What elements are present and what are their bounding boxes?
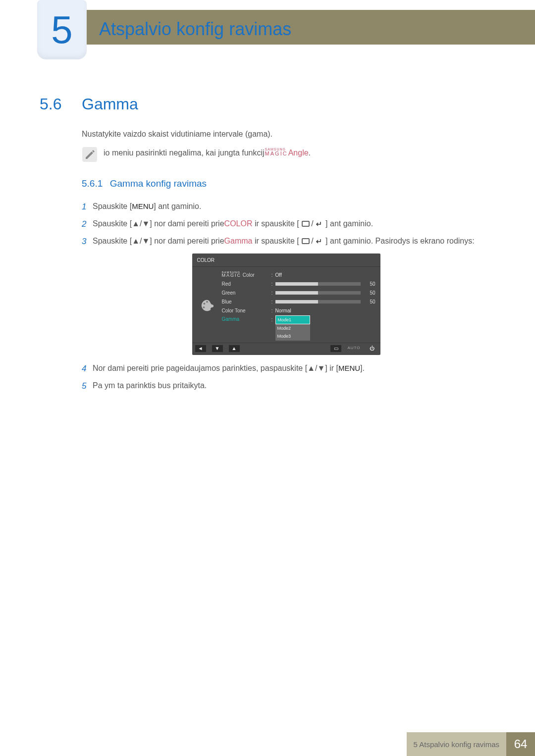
svg-rect-1 [302, 221, 309, 226]
osd-nav-bar: ◄ ▼ ▲ ▭ AUTO ⏻ [192, 343, 380, 355]
osd-blue-label: Blue [222, 298, 271, 306]
step-3: 3 Spauskite [▲/▼] nor dami pereiti prieG… [82, 235, 490, 248]
step-4: 4 Nor dami pereiti prie pageidaujamos pa… [82, 362, 490, 375]
osd-magiccolor-value: Off [275, 271, 282, 279]
step-1-text: Spauskite [MENU] ant gaminio. [93, 200, 490, 213]
chapter-title: Atspalvio konfig ravimas [99, 19, 291, 40]
svg-point-3 [203, 303, 205, 305]
section-title: Gamma [82, 95, 138, 113]
osd-nav-down-icon: ▼ [212, 345, 223, 352]
menu-label: MENU [338, 364, 360, 372]
step-5: 5 Pa ym ta parinktis bus pritaikyta. [82, 379, 490, 393]
osd-magiccolor-label: SAMSUNGMAGIC Color [222, 271, 271, 279]
step-1: 1 Spauskite [MENU] ant gaminio. [82, 200, 490, 213]
step-2: 2 Spauskite [▲/▼] nor dami pereiti prieC… [82, 217, 490, 231]
osd-row-red: Red : 50 [222, 280, 375, 289]
footer-page-number: 64 [506, 732, 535, 756]
step-2-text: Spauskite [▲/▼] nor dami pereiti prieCOL… [93, 217, 490, 231]
step-2-num: 2 [82, 217, 93, 231]
step-3-num: 3 [82, 235, 93, 248]
footer: 5 Atspalvio konfig ravimas 64 [0, 732, 535, 756]
updown-icon: ▲/▼ [307, 364, 325, 372]
keyword-gamma: Gamma [224, 237, 253, 245]
section-number: 5.6 [40, 95, 61, 113]
samsung-magic-label: SAMSUNGMAGIC [265, 148, 288, 156]
source-icon [302, 220, 311, 227]
svg-point-4 [206, 301, 208, 303]
osd-nav-auto: AUTO [347, 345, 360, 352]
osd-row-green: Green : 50 [222, 289, 375, 298]
step-4-text: Nor dami pereiti prie pageidaujamos pari… [93, 362, 490, 375]
osd-nav-enter-icon: ▭ [330, 345, 341, 352]
osd-colortone-label: Color Tone [222, 307, 271, 315]
osd-red-value: 50 [364, 280, 375, 288]
osd-body: SAMSUNGMAGIC Color : Off Red : 50 [192, 267, 380, 343]
osd-blue-value: 50 [364, 298, 375, 306]
keyword-color: COLOR [224, 219, 253, 228]
osd-palette-icon [197, 271, 217, 341]
chapter-number: 5 [51, 10, 72, 49]
osd-gamma-mode2: Mode2 [275, 324, 310, 332]
osd-green-value: 50 [364, 289, 375, 297]
subsection-title: Gamma konfig ravimas [110, 178, 207, 189]
osd-nav-left-icon: ◄ [195, 345, 206, 352]
updown-icon: ▲/▼ [132, 219, 150, 228]
subsection-heading: 5.6.1 Gamma konfig ravimas [82, 176, 490, 191]
chapter-badge: 5 [37, 0, 87, 59]
note-box: io meniu pasirinkti negalima, kai jungta… [82, 147, 490, 162]
svg-rect-2 [302, 239, 309, 244]
step-3-text: Spauskite [▲/▼] nor dami pereiti prieGam… [93, 235, 490, 248]
step-5-text: Pa ym ta parinktis bus pritaikyta. [93, 379, 490, 393]
note-text: io meniu pasirinkti negalima, kai jungta… [104, 147, 490, 159]
intro-text: Nustatykite vaizdo skaist vidutiniame in… [82, 128, 490, 141]
osd-row-magiccolor: SAMSUNGMAGIC Color : Off [222, 271, 375, 280]
note-suffix: Angle [288, 149, 309, 157]
enter-icon [314, 238, 323, 245]
step-5-num: 5 [82, 379, 93, 393]
osd-title: COLOR [192, 253, 380, 267]
svg-point-5 [203, 306, 205, 308]
osd-red-bar [275, 282, 361, 286]
osd-blue-bar [275, 300, 361, 303]
menu-label: MENU [132, 202, 154, 210]
osd-green-label: Green [222, 289, 271, 297]
step-1-num: 1 [82, 200, 93, 213]
osd-row-gamma: Gamma : Mode1 Mode2 Mode3 [222, 315, 375, 341]
enter-icon [314, 220, 323, 227]
osd-row-blue: Blue : 50 [222, 298, 375, 306]
body-content: Nustatykite vaizdo skaist vidutiniame in… [82, 128, 490, 397]
osd-gamma-options: Mode1 Mode2 Mode3 [275, 315, 310, 341]
step-4-num: 4 [82, 362, 93, 375]
updown-icon: ▲/▼ [132, 237, 150, 245]
osd-row-colortone: Color Tone : Normal [222, 306, 375, 315]
note-prefix: io meniu pasirinkti negalima, kai jungta… [104, 149, 265, 157]
source-icon [302, 238, 311, 245]
osd-colortone-value: Normal [275, 307, 291, 315]
osd-gamma-mode1: Mode1 [275, 315, 310, 324]
osd-panel: COLOR SAMSUNGMAGIC Color : [192, 253, 380, 355]
steps-list: 1 Spauskite [MENU] ant gaminio. 2 Spausk… [82, 200, 490, 393]
pencil-icon [82, 147, 98, 162]
footer-text: 5 Atspalvio konfig ravimas [407, 732, 506, 756]
subsection-number: 5.6.1 [82, 178, 103, 189]
osd-nav-up-icon: ▲ [229, 345, 240, 352]
osd-gamma-label: Gamma [222, 315, 271, 323]
osd-green-bar [275, 291, 361, 295]
osd-red-label: Red [222, 280, 271, 288]
osd-nav-power-icon: ⏻ [367, 345, 377, 352]
osd-gamma-mode3: Mode3 [275, 332, 310, 340]
